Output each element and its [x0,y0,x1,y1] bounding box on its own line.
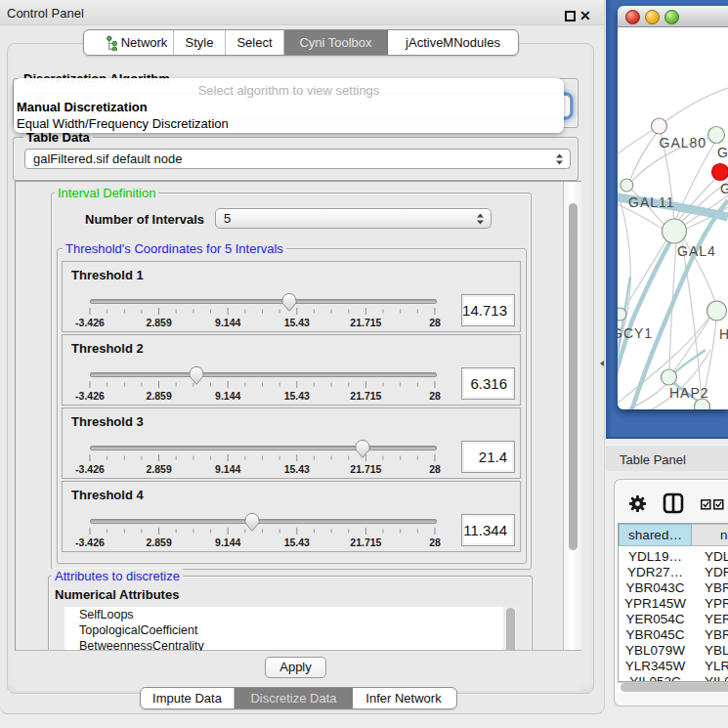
svg-text:HAP2: HAP2 [669,385,709,401]
svg-text:GAL4: GAL4 [677,243,716,259]
svg-text:G: G [720,181,728,196]
svg-text:GCY1: GCY1 [618,325,653,341]
svg-text:GAL80: GAL80 [660,135,707,150]
svg-text:GA: GA [717,145,728,160]
svg-text:H: H [719,326,728,342]
svg-text:GAL11: GAL11 [628,194,675,210]
